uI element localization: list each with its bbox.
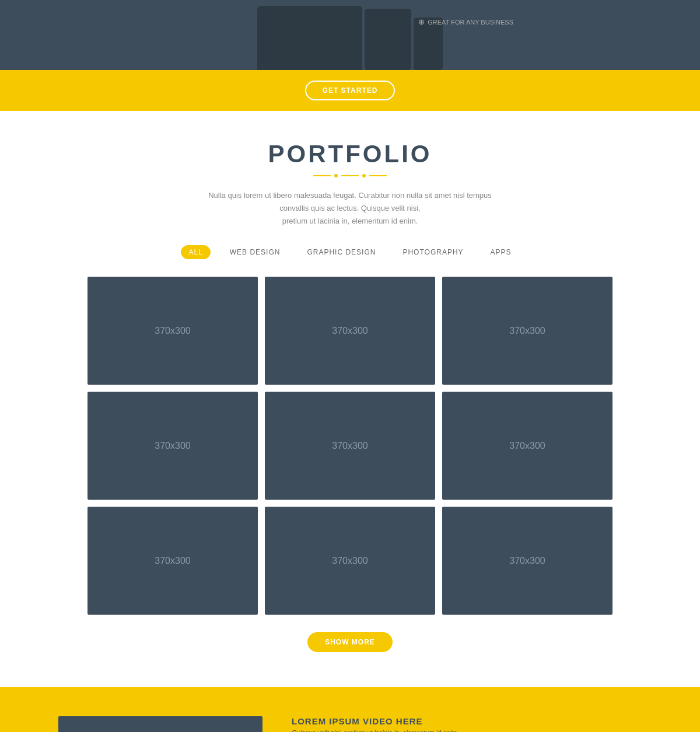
portfolio-item-2[interactable]: 370x300: [265, 277, 435, 385]
portfolio-item-3[interactable]: 370x300: [442, 277, 612, 385]
hero-tagline-text: GREAT FOR ANY BUSINESS: [428, 19, 513, 26]
filter-tab-webdesign[interactable]: WEB DESIGN: [222, 245, 288, 259]
portfolio-item-9[interactable]: 370x300: [442, 507, 612, 615]
hero-tagline: GREAT FOR ANY BUSINESS: [418, 18, 513, 26]
divider-line-mid: [341, 175, 359, 176]
video-section: 570x320 VIDEO LOREM IPSUM VIDEO HERE Qui…: [0, 687, 700, 732]
divider-line-left: [313, 175, 331, 176]
divider-line-right: [369, 175, 387, 176]
divider-dot-1: [334, 174, 338, 177]
portfolio-item-4[interactable]: 370x300: [88, 392, 258, 500]
portfolio-title: PORTFOLIO: [268, 140, 432, 168]
video-title: LOREM IPSUM VIDEO HERE: [292, 716, 642, 726]
yellow-strip: GET STARTED: [0, 70, 700, 111]
portfolio-item-6[interactable]: 370x300: [442, 392, 612, 500]
portfolio-divider: [313, 174, 387, 177]
video-subtitle: Quisque velit nisi, pretium ut lacinia i…: [292, 729, 642, 732]
device-laptop: [257, 6, 362, 70]
show-more-button[interactable]: SHOW MORE: [307, 632, 393, 652]
portfolio-item-5[interactable]: 370x300: [265, 392, 435, 500]
divider-dot-2: [362, 174, 366, 177]
video-placeholder: 570x320 VIDEO: [58, 716, 262, 732]
filter-tab-all[interactable]: ALL: [181, 245, 210, 259]
hero-section: GREAT FOR ANY BUSINESS: [0, 0, 700, 70]
filter-tab-graphicdesign[interactable]: GRAPHIC DESIGN: [299, 245, 383, 259]
filter-tab-photography[interactable]: PHOTOGRAPHY: [395, 245, 471, 259]
portfolio-description: Nulla quis lorem ut libero malesuada feu…: [204, 189, 496, 228]
video-content: LOREM IPSUM VIDEO HERE Quisque velit nis…: [292, 716, 642, 732]
filter-tab-apps[interactable]: APPS: [483, 245, 519, 259]
portfolio-section: PORTFOLIO Nulla quis lorem ut libero mal…: [0, 111, 700, 687]
hero-devices: [257, 6, 443, 70]
portfolio-item-1[interactable]: 370x300: [88, 277, 258, 385]
portfolio-grid: 370x300 370x300 370x300 370x300 370x300 …: [88, 277, 612, 615]
portfolio-item-8[interactable]: 370x300: [265, 507, 435, 615]
device-tablet: [365, 9, 411, 70]
portfolio-item-7[interactable]: 370x300: [88, 507, 258, 615]
filter-tabs: ALL WEB DESIGN GRAPHIC DESIGN PHOTOGRAPH…: [181, 245, 519, 259]
get-started-button[interactable]: GET STARTED: [305, 81, 396, 100]
